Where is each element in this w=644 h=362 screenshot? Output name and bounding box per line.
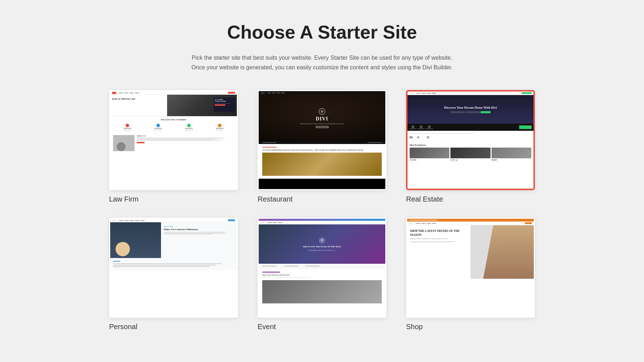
re-stat-num: 84 — [410, 136, 414, 139]
rest-hero-tagline: IMMERSE YOURSELF IN A WORLD OF CULINARY … — [300, 123, 344, 125]
law-service-item — [205, 124, 234, 131]
restaurant-preview[interactable]: D DIVI IMMERSE YOURSELF IN A WORLD OF CU… — [258, 90, 386, 190]
shop-hero-title: SHOP THE LATEST TRENDS OF THE SEASON — [410, 229, 468, 237]
shop-nav-link — [426, 223, 431, 224]
header-section: Choose A Starter Site Pick the starter s… — [190, 21, 454, 72]
law-about-button — [137, 142, 145, 143]
shop-nav-link — [416, 223, 420, 224]
re-filter-item — [426, 125, 433, 129]
law-nav-btn — [228, 92, 235, 94]
rest-content: An award-winning dining experience in th… — [259, 144, 385, 179]
site-label-restaurant: Restaurant — [258, 195, 386, 203]
event-content: Join Us For The Event Of The Year! Sign … — [259, 269, 385, 306]
re-filter-icon — [411, 125, 414, 128]
re-stat-label: Cities Served — [426, 139, 430, 140]
re-search-input — [465, 111, 480, 113]
law-service-icon — [126, 124, 129, 127]
page-title: Choose A Starter Site — [190, 21, 454, 43]
law-section-title: WE GOT YOU COVERED — [110, 116, 237, 122]
event-content-text: Sign up now and be part of an unforgetta… — [262, 277, 382, 278]
event-content-label — [262, 272, 280, 273]
real-estate-preview[interactable]: Discover Your Dream Home With Divi — [406, 90, 535, 190]
law-service-item — [144, 124, 172, 131]
site-card-personal[interactable]: Business Consultant Hello, I'm Cameron W… — [109, 218, 238, 331]
rest-nav-link — [281, 93, 285, 93]
re-hero-title: Discover Your Dream Home With Divi — [444, 106, 497, 110]
re-filter-label — [426, 129, 433, 129]
re-stat-num: 12 — [426, 136, 430, 139]
law-service-label — [154, 128, 162, 129]
pers-nav-link — [135, 220, 139, 221]
pers-content-accent — [113, 261, 120, 262]
shop-nav — [407, 222, 534, 225]
pers-hero-line — [164, 233, 224, 233]
law-nav-link — [119, 93, 123, 93]
shop-preview[interactable]: SHOP THE LATEST TRENDS OF THE SEASON Whe… — [406, 218, 535, 318]
site-label-law-firm: Law Firm — [109, 195, 238, 203]
event-info-item — [262, 266, 277, 267]
pers-avatar — [116, 242, 130, 256]
event-divi-circle: D — [319, 237, 325, 244]
site-label-shop: Shop — [406, 323, 535, 331]
re-property-image — [450, 148, 490, 158]
re-stats: 84 Urban Listings 6 Real Estate Agents 1… — [410, 136, 531, 140]
shop-top-text — [409, 220, 438, 220]
shop-model — [483, 225, 534, 279]
rest-hero: D DIVI IMMERSE YOURSELF IN A WORLD OF CU… — [259, 95, 385, 141]
re-filter-label — [418, 129, 425, 129]
law-about-line — [137, 140, 215, 140]
personal-preview[interactable]: Business Consultant Hello, I'm Cameron W… — [109, 218, 238, 318]
event-nav-link — [273, 222, 277, 223]
shop-hero: SHOP THE LATEST TRENDS OF THE SEASON Whe… — [407, 225, 534, 279]
site-card-restaurant[interactable]: D DIVI IMMERSE YOURSELF IN A WORLD OF CU… — [258, 90, 386, 203]
re-filter-icon — [420, 125, 423, 128]
pers-nav-link — [124, 220, 128, 221]
shop-nav-link — [432, 223, 436, 224]
site-card-law-firm[interactable]: DOE & SMITH LAW GET A FREE CONSULTATION … — [109, 90, 238, 203]
re-filter-icon — [428, 125, 431, 128]
rest-hero-brand: DIVI — [316, 116, 328, 122]
site-label-real-estate: Real Estate — [406, 195, 535, 203]
re-search-bar — [450, 111, 491, 113]
shop-hero-text: SHOP THE LATEST TRENDS OF THE SEASON Whe… — [407, 225, 470, 279]
re-filter-label — [409, 129, 416, 129]
event-title: Join Us For The Event Of The Year! — [303, 245, 341, 248]
law-about-image — [113, 135, 135, 151]
re-nav-logo — [409, 92, 414, 94]
re-property-3: $649,000 3 Bdrm, 2 Bath, 1,985 SqFt — [492, 148, 531, 162]
site-card-shop[interactable]: SHOP THE LATEST TRENDS OF THE SEASON Whe… — [406, 218, 535, 331]
law-firm-preview[interactable]: DOE & SMITH LAW GET A FREE CONSULTATION … — [109, 90, 238, 190]
event-nav — [259, 221, 385, 224]
shop-top-bar — [407, 219, 534, 222]
shop-nav-logo — [409, 222, 413, 224]
rest-info-item — [367, 142, 382, 143]
event-crowd-image — [262, 280, 382, 303]
law-service-icon — [187, 124, 191, 127]
site-card-real-estate[interactable]: Discover Your Dream Home With Divi — [406, 90, 535, 203]
re-nav-icon — [432, 93, 434, 94]
event-hero: D Join Us For The Event Of The Year! SEP… — [259, 224, 385, 264]
law-service-item — [175, 124, 203, 131]
pers-hero-name: Hello, I'm Cameron Williamson — [164, 228, 234, 231]
rest-nav-link — [267, 93, 271, 93]
rest-info-item — [262, 142, 277, 143]
shop-hero-line — [410, 241, 456, 242]
event-preview[interactable]: D Join Us For The Event Of The Year! SEP… — [258, 218, 386, 318]
event-divi-letter: D — [321, 239, 323, 242]
re-nav-button — [522, 92, 532, 94]
pers-nav-link — [140, 220, 145, 221]
site-card-event[interactable]: D Join Us For The Event Of The Year! SEP… — [258, 218, 386, 331]
pers-content-line — [113, 265, 216, 266]
pers-hero-line — [164, 232, 227, 232]
pers-content-line — [113, 266, 210, 267]
event-info-item — [284, 266, 298, 267]
page-subtitle: Pick the starter site that best suits yo… — [190, 53, 454, 72]
re-property-1: $7,259,000 4 Bdrm, 3 Baths, 2,524 SqFt — [410, 148, 449, 162]
law-service-text — [123, 129, 131, 130]
re-stat-label: Real Estate Agents — [418, 139, 423, 140]
law-service-text — [123, 130, 131, 131]
law-service-item — [113, 124, 142, 131]
pers-hero-line — [164, 234, 213, 234]
law-hero-card: GET A FREE CONSULTATION Lorem ipsum dolo… — [214, 98, 235, 112]
pers-nav — [110, 219, 237, 222]
